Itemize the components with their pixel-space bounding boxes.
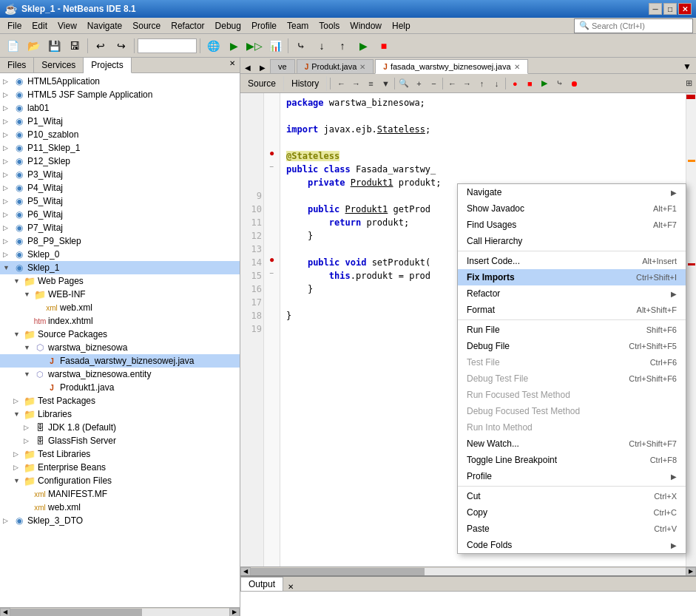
etb-breakpoint-button[interactable]: ● (507, 76, 522, 91)
etb-search-button[interactable]: 🔍 (396, 76, 411, 91)
expand-icon[interactable]: ▼ (13, 477, 24, 484)
expand-icon[interactable]: ▷ (3, 251, 13, 258)
output-close-button[interactable]: ✕ (288, 583, 294, 591)
scroll-left-button[interactable]: ◀ (240, 567, 251, 576)
tab-close-button[interactable]: ✕ (359, 63, 365, 71)
tab-close-button[interactable]: ✕ (514, 63, 520, 71)
ctx-fix-imports[interactable]: Fix Imports Ctrl+Shift+I (458, 269, 686, 285)
expand-icon[interactable]: ▼ (13, 410, 24, 418)
list-item[interactable]: ▷ ◉ P10_szablon (0, 128, 240, 141)
menu-view[interactable]: View (53, 19, 81, 33)
list-item[interactable]: ▷ ◉ HTML5Application (0, 75, 240, 88)
ctx-find-usages[interactable]: Find Usages Alt+F7 (458, 217, 686, 233)
tab-ve[interactable]: ve (270, 59, 295, 73)
menu-window[interactable]: Window (345, 19, 386, 33)
tab-projects[interactable]: Projects (84, 58, 131, 73)
ctx-refactor[interactable]: Refactor ▶ (458, 285, 686, 302)
list-item[interactable]: ▷ 🗄 GlassFish Server (0, 434, 240, 447)
etb-navigate-down-button[interactable]: ↓ (489, 76, 504, 91)
expand-icon[interactable]: ▼ (13, 277, 24, 285)
expand-icon[interactable]: ▷ (3, 184, 13, 192)
step-into-button[interactable]: ↓ (312, 37, 331, 55)
new-file-button[interactable]: 📄 (3, 37, 22, 55)
list-item[interactable]: ▼ 📁 WEB-INF (0, 288, 240, 301)
list-item[interactable]: ▷ ◉ P12_Sklep (0, 155, 240, 168)
list-item[interactable]: ▷ ◉ Sklep_0 (0, 248, 240, 261)
ctx-insert-code[interactable]: Insert Code... Alt+Insert (458, 253, 686, 269)
stop-button[interactable]: ■ (374, 37, 393, 55)
expand-icon[interactable]: ▷ (24, 437, 34, 444)
menu-tools[interactable]: Tools (314, 19, 344, 33)
save-button[interactable]: 💾 (44, 37, 64, 55)
expand-icon[interactable]: ▷ (3, 171, 13, 178)
expand-icon[interactable]: ▼ (13, 331, 24, 338)
etb-step-button[interactable]: ⤷ (552, 76, 567, 91)
step-out-button[interactable]: ↑ (333, 37, 352, 55)
panel-close-button[interactable]: ✕ (225, 58, 240, 72)
list-item[interactable]: ▼ ⬡ warstwa_biznesowa (0, 341, 240, 354)
expand-icon[interactable]: ▼ (24, 370, 34, 378)
etb-run-button[interactable]: ▶ (537, 76, 552, 91)
etb-stop-button[interactable]: ■ (522, 76, 537, 91)
list-item[interactable]: ▼ ◉ Sklep_1 (0, 261, 240, 274)
ctx-code-folds[interactable]: Code Folds ▶ (458, 537, 686, 553)
scroll-track[interactable] (251, 568, 686, 575)
menu-refactor[interactable]: Refactor (166, 19, 209, 33)
list-item[interactable]: ▷ 📁 Enterprise Beans (0, 461, 240, 474)
history-tab[interactable]: History (284, 76, 327, 91)
open-project-button[interactable]: 📂 (24, 37, 43, 55)
tab-scroll-right-button[interactable]: ▶ (255, 62, 270, 73)
menu-debug[interactable]: Debug (211, 19, 246, 33)
expand-icon[interactable]: ▼ (24, 291, 34, 298)
list-item[interactable]: ▷ ◉ P3_Witaj (0, 168, 240, 181)
list-item[interactable]: ▼ 📁 Web Pages (0, 274, 240, 288)
fold-marker[interactable]: − (270, 269, 274, 277)
list-item[interactable]: ▷ 📁 Test Libraries (0, 447, 240, 461)
list-item[interactable]: ▷ ◉ P4_Witaj (0, 181, 240, 194)
undo-button[interactable]: ↩ (91, 37, 110, 55)
maximize-button[interactable]: □ (663, 3, 677, 15)
profile-button[interactable]: 📊 (266, 37, 285, 55)
expand-icon[interactable]: ▷ (13, 450, 24, 458)
expand-icon[interactable]: ▷ (3, 237, 13, 245)
debug-button[interactable]: ▶▷ (245, 37, 264, 55)
expand-icon[interactable]: ▷ (3, 517, 13, 524)
etb-more-button[interactable]: ⊞ (681, 76, 696, 91)
search-input[interactable] (592, 21, 688, 30)
list-item[interactable]: ▷ ◉ lab01 (0, 101, 240, 115)
etb-record-button[interactable]: ⏺ (567, 76, 581, 91)
scroll-track[interactable] (10, 609, 229, 616)
browser-button[interactable]: 🌐 (203, 37, 223, 55)
scroll-right-button[interactable]: ▶ (686, 567, 696, 576)
expand-icon[interactable]: ▷ (3, 224, 13, 231)
ctx-show-javadoc[interactable]: Show Javadoc Alt+F1 (458, 200, 686, 217)
tab-files[interactable]: Files (0, 58, 34, 72)
menu-navigate[interactable]: Navigate (83, 19, 126, 33)
list-item[interactable]: ▼ 📁 Libraries (0, 407, 240, 421)
ctx-navigate[interactable]: Navigate ▶ (458, 184, 686, 200)
source-tab[interactable]: Source (240, 76, 284, 91)
expand-icon[interactable]: ▷ (3, 118, 13, 125)
etb-zoomout-button[interactable]: − (426, 76, 441, 91)
ctx-format[interactable]: Format Alt+Shift+F (458, 302, 686, 318)
list-item[interactable]: xml MANIFEST.MF (0, 487, 240, 501)
expand-icon[interactable]: ▷ (3, 104, 13, 112)
ctx-profile[interactable]: Profile ▶ (458, 468, 686, 484)
list-item[interactable]: ▷ 📁 Test Packages (0, 394, 240, 407)
list-item[interactable]: J Fasada_warstwy_biznesowej.java (0, 354, 240, 368)
save-all-button[interactable]: 🖫 (65, 37, 84, 55)
list-item[interactable]: ▷ ◉ Sklep_3_DTO (0, 514, 240, 527)
expand-icon[interactable]: ▷ (3, 197, 13, 205)
ctx-call-hierarchy[interactable]: Call Hierarchy (458, 233, 686, 249)
ctx-paste[interactable]: Paste Ctrl+V (458, 521, 686, 537)
etb-zoomin-button[interactable]: + (411, 76, 426, 91)
tab-overflow-button[interactable]: ▼ (678, 60, 696, 73)
etb-navigate-up-button[interactable]: ↑ (474, 76, 489, 91)
menu-team[interactable]: Team (283, 19, 313, 33)
list-item[interactable]: J Produkt1.java (0, 381, 240, 394)
list-item[interactable]: htm index.xhtml (0, 314, 240, 328)
list-item[interactable]: ▷ ◉ HTML5 JSF Sample Application (0, 88, 240, 101)
ctx-new-watch[interactable]: New Watch... Ctrl+Shift+F7 (458, 436, 686, 452)
expand-icon[interactable]: ▷ (3, 211, 13, 218)
list-item[interactable]: ▷ ◉ P7_Witaj (0, 221, 240, 234)
